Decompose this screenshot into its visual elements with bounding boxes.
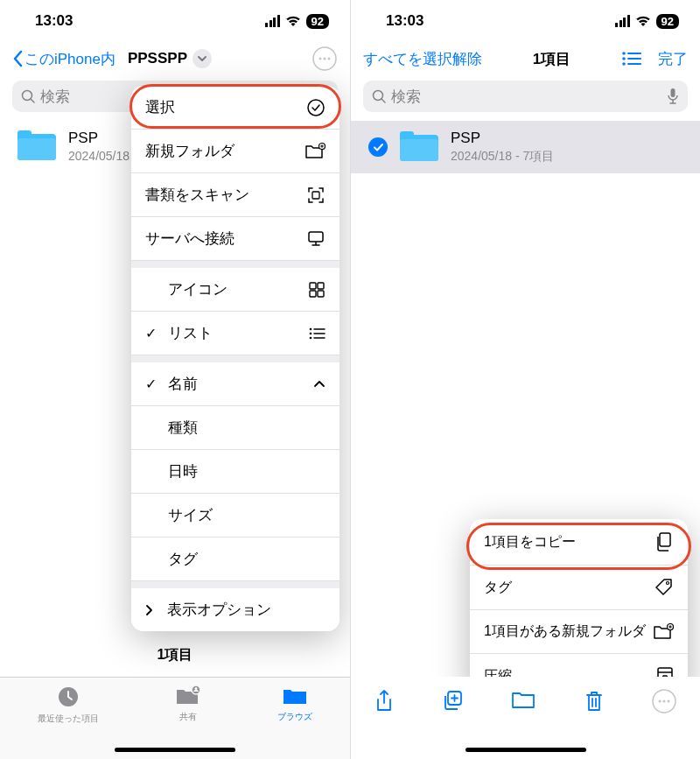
context-menu: 選択 新規フォルダ 書類をスキャン サーバへ接続 アイコン ✓リスト ✓名前 — [131, 86, 340, 631]
svg-point-39 — [667, 582, 669, 585]
selection-count: 1項目 — [486, 49, 618, 69]
duplicate-icon — [441, 689, 464, 712]
status-time: 13:03 — [35, 12, 73, 30]
tab-bar: 最近使った項目 共有 ブラウズ — [0, 677, 350, 759]
svg-point-2 — [324, 58, 326, 60]
chevron-right-icon — [145, 604, 153, 616]
chevron-up-icon — [313, 380, 326, 389]
checkmark-icon — [368, 137, 388, 157]
battery-badge: 92 — [306, 14, 329, 29]
status-bar: 13:03 92 — [0, 0, 350, 42]
svg-point-26 — [194, 687, 197, 690]
action-new-folder[interactable]: 1項目がある新規フォルダ — [470, 610, 688, 654]
svg-point-18 — [310, 327, 312, 330]
search-placeholder: 検索 — [391, 87, 662, 107]
more-button[interactable] — [312, 46, 338, 72]
duplicate-button[interactable] — [441, 689, 464, 712]
action-tag[interactable]: タグ — [470, 566, 688, 610]
tab-browse[interactable]: ブラウズ — [277, 685, 312, 759]
delete-button[interactable] — [584, 689, 605, 713]
folder-icon — [18, 130, 56, 162]
done-button[interactable]: 完了 — [658, 49, 688, 69]
more-button[interactable] — [652, 689, 676, 713]
wifi-icon — [635, 15, 651, 27]
folder-icon — [511, 689, 536, 710]
file-name: PSP — [451, 130, 554, 147]
deselect-all-button[interactable]: すべてを選択解除 — [363, 49, 482, 69]
clock-icon — [56, 685, 80, 709]
svg-point-51 — [662, 700, 665, 703]
menu-select[interactable]: 選択 — [131, 86, 340, 130]
cellular-icon — [615, 15, 630, 27]
search-icon — [21, 89, 35, 103]
menu-sort-size[interactable]: サイズ — [131, 494, 340, 538]
list-item-selected[interactable]: PSP 2024/05/18 - 7項目 — [351, 121, 700, 173]
share-icon — [374, 689, 394, 713]
svg-point-31 — [622, 62, 626, 66]
search-wrap: 検索 — [351, 75, 700, 121]
ellipsis-circle-icon — [652, 689, 676, 713]
home-indicator[interactable] — [466, 748, 586, 752]
status-time: 13:03 — [386, 12, 424, 30]
menu-list-view[interactable]: ✓リスト — [131, 312, 340, 355]
tab-recents[interactable]: 最近使った項目 — [38, 685, 99, 759]
share-button[interactable] — [374, 689, 394, 713]
select-circle-icon — [306, 98, 326, 117]
menu-new-folder[interactable]: 新規フォルダ — [131, 130, 340, 173]
menu-icons-view[interactable]: アイコン — [131, 268, 340, 312]
list-icon — [308, 327, 326, 341]
svg-rect-16 — [310, 291, 316, 297]
menu-sort-kind[interactable]: 種類 — [131, 406, 340, 450]
scan-icon — [306, 186, 326, 205]
svg-point-27 — [622, 52, 626, 55]
menu-connect-server[interactable]: サーバへ接続 — [131, 217, 340, 261]
shared-folder-icon — [175, 685, 201, 707]
folder-icon — [400, 131, 438, 163]
menu-scan[interactable]: 書類をスキャン — [131, 173, 340, 217]
search-icon — [372, 89, 386, 103]
svg-point-22 — [310, 336, 312, 339]
file-date: 2024/05/18 — [68, 149, 130, 163]
svg-line-34 — [382, 99, 385, 102]
svg-rect-14 — [310, 283, 316, 289]
copy-icon — [654, 531, 674, 552]
menu-sort-name[interactable]: ✓名前 — [131, 362, 340, 406]
status-bar: 13:03 92 — [351, 0, 700, 42]
move-button[interactable] — [511, 689, 536, 710]
svg-rect-17 — [318, 291, 324, 297]
status-right: 92 — [615, 14, 679, 29]
tag-icon — [654, 578, 674, 597]
svg-rect-38 — [660, 533, 670, 546]
home-indicator[interactable] — [115, 748, 235, 752]
svg-rect-11 — [309, 232, 323, 242]
svg-rect-10 — [312, 192, 319, 199]
action-copy[interactable]: 1項目をコピー — [470, 519, 688, 566]
server-icon — [306, 229, 326, 249]
nav-title-wrap[interactable]: PPSSPP — [128, 49, 212, 68]
list-toggle-icon[interactable] — [621, 51, 642, 67]
svg-point-29 — [622, 57, 626, 60]
bottom-toolbar — [351, 677, 700, 759]
svg-rect-15 — [318, 283, 324, 289]
trash-icon — [584, 689, 605, 713]
mic-icon[interactable] — [667, 88, 679, 105]
menu-sort-tag[interactable]: タグ — [131, 538, 340, 581]
svg-point-50 — [658, 700, 661, 703]
wifi-icon — [285, 15, 301, 27]
svg-point-6 — [308, 100, 324, 116]
item-count: 1項目 — [0, 646, 350, 664]
file-name: PSP — [68, 130, 130, 147]
status-right: 92 — [265, 14, 329, 29]
folder-icon — [282, 685, 308, 707]
phone-right: 13:03 92 すべてを選択解除 1項目 完了 検索 PSP 202 — [350, 0, 700, 759]
back-button[interactable]: このiPhone内 — [12, 49, 116, 69]
menu-sort-date[interactable]: 日時 — [131, 450, 340, 494]
battery-badge: 92 — [656, 14, 679, 29]
search-input[interactable]: 検索 — [363, 81, 688, 112]
action-menu: 1項目をコピー タグ 1項目がある新規フォルダ 圧縮 — [470, 519, 688, 698]
nav-title: PPSSPP — [128, 50, 187, 67]
svg-point-20 — [310, 332, 312, 334]
menu-display-options[interactable]: 表示オプション — [131, 588, 340, 631]
svg-point-52 — [667, 700, 669, 703]
svg-line-5 — [31, 99, 34, 102]
